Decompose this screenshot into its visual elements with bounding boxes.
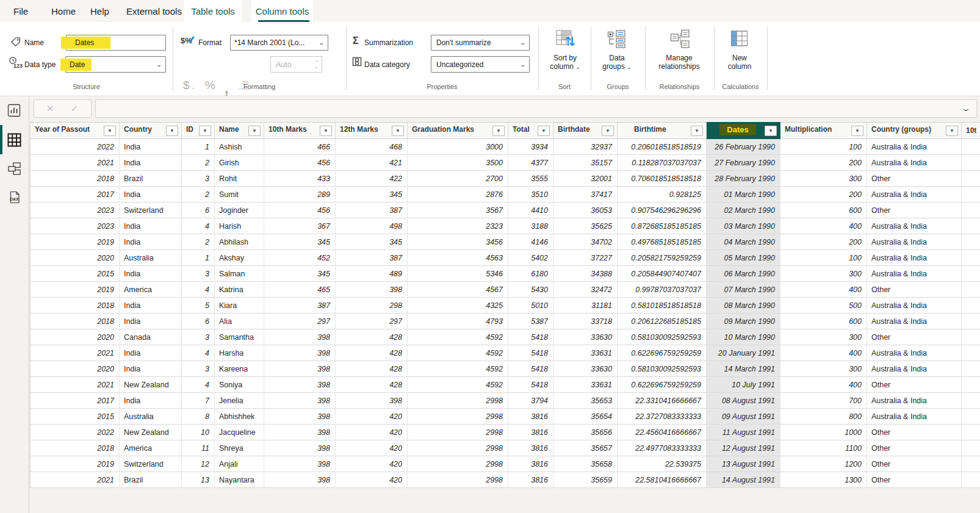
cell[interactable]: 289 — [264, 187, 336, 203]
filter-dropdown-icon[interactable]: ▼ — [602, 126, 614, 136]
cell[interactable]: 489 — [336, 266, 408, 282]
expand-formula-bar-icon[interactable]: ⌄ — [961, 104, 971, 113]
cell[interactable]: 13 — [182, 472, 215, 488]
cell[interactable]: Australia & India — [867, 250, 962, 266]
cell[interactable] — [962, 345, 980, 361]
column-header-12th-marks[interactable]: ▼12th Marks — [336, 122, 408, 139]
cell[interactable]: 421 — [336, 155, 408, 171]
cell[interactable]: Samantha — [215, 329, 264, 345]
cell[interactable]: 2998 — [408, 472, 508, 488]
cell[interactable]: 2 — [182, 187, 215, 203]
cell[interactable]: Other — [867, 472, 962, 488]
cell[interactable]: 10 — [182, 425, 215, 440]
cell[interactable]: America — [120, 282, 182, 298]
cell[interactable]: 456 — [264, 203, 336, 218]
cell[interactable]: 01 March 1990 — [707, 187, 780, 203]
cell[interactable]: 28 February 1990 — [707, 171, 780, 187]
column-header-graduation-marks[interactable]: ▼Graduation Marks — [408, 122, 508, 139]
cell[interactable]: Sumit — [215, 187, 264, 203]
cell[interactable] — [962, 187, 980, 203]
cell[interactable]: 2022 — [30, 139, 120, 155]
cell[interactable]: 35654 — [553, 409, 618, 425]
cell[interactable]: 8 — [182, 409, 215, 425]
cell[interactable]: 800 — [780, 409, 867, 425]
cell[interactable]: 398 — [264, 393, 336, 409]
cell[interactable]: Harsha — [215, 345, 264, 361]
cell[interactable] — [962, 218, 980, 234]
cell[interactable]: Girish — [215, 155, 264, 171]
cell[interactable]: 09 August 1991 — [707, 409, 780, 425]
cell[interactable]: 2019 — [30, 234, 120, 250]
cell[interactable]: 398 — [336, 393, 408, 409]
cell[interactable]: 500 — [780, 298, 867, 314]
cell[interactable]: India — [120, 314, 182, 329]
cell[interactable]: 37417 — [553, 187, 618, 203]
cell[interactable]: 03 March 1990 — [707, 218, 780, 234]
filter-dropdown-icon[interactable]: ▼ — [492, 126, 505, 136]
cell[interactable]: 2019 — [30, 282, 120, 298]
cell[interactable]: 2876 — [408, 187, 508, 203]
cell[interactable]: 35653 — [553, 393, 618, 409]
cell[interactable]: Other — [867, 329, 962, 345]
sort-by-column-button[interactable]: Sort bycolumn ⌄ — [539, 28, 591, 71]
cell[interactable]: 1100 — [780, 440, 867, 456]
cell[interactable]: Australia & India — [867, 234, 962, 250]
cell[interactable]: New Zealand — [120, 377, 182, 393]
formula-input[interactable]: ⌄ — [95, 99, 977, 118]
model-view-icon[interactable] — [7, 162, 22, 176]
cell[interactable]: 09 March 1990 — [707, 314, 780, 329]
column-header-10t[interactable]: 10t — [962, 122, 980, 139]
cell[interactable]: 33630 — [553, 361, 618, 377]
cell[interactable]: 3934 — [508, 139, 553, 155]
cell[interactable]: Katrina — [215, 282, 264, 298]
cell[interactable]: India — [120, 266, 182, 282]
cell[interactable]: 498 — [336, 218, 408, 234]
cell[interactable]: Rohit — [215, 171, 264, 187]
cell[interactable]: 14 August 1991 — [707, 472, 780, 488]
cell[interactable]: 420 — [336, 425, 408, 440]
cell[interactable]: 36053 — [553, 203, 618, 218]
cell[interactable]: 27 February 1990 — [707, 155, 780, 171]
cell[interactable]: 13 August 1991 — [707, 456, 780, 472]
cell[interactable]: 4410 — [508, 203, 553, 218]
cell[interactable]: India — [120, 187, 182, 203]
cell[interactable]: 0.205844907407407 — [618, 266, 707, 282]
cell[interactable]: 400 — [780, 282, 867, 298]
cell[interactable]: 07 March 1990 — [707, 282, 780, 298]
column-header-year-of-passout[interactable]: ▼Year of Passout — [30, 122, 120, 139]
column-header-birthtime[interactable]: ▼Birthtime — [618, 122, 707, 139]
cell[interactable]: 6 — [182, 314, 215, 329]
data-type-dropdown[interactable]: Date ⌄ — [65, 56, 166, 73]
tab-file[interactable]: File — [13, 0, 28, 22]
cell[interactable]: 2 — [182, 234, 215, 250]
cell[interactable] — [962, 393, 980, 409]
filter-dropdown-icon[interactable]: ▼ — [538, 126, 550, 136]
tab-column-tools[interactable]: Column tools — [251, 0, 313, 22]
cell[interactable]: Australia & India — [867, 361, 962, 377]
cell[interactable]: 452 — [264, 250, 336, 266]
cell[interactable]: 10 July 1991 — [707, 377, 780, 393]
cell[interactable]: 5430 — [508, 282, 553, 298]
cell[interactable]: 3000 — [408, 139, 508, 155]
cell[interactable]: Shreya — [215, 440, 264, 456]
cell[interactable]: 22.539375 — [618, 456, 707, 472]
cell[interactable]: India — [120, 298, 182, 314]
cell[interactable]: 0.118287037037037 — [618, 155, 707, 171]
cell[interactable]: 0.706018518518518 — [618, 171, 707, 187]
cell[interactable]: 08 March 1990 — [707, 298, 780, 314]
cell[interactable]: 34388 — [553, 266, 618, 282]
cell[interactable]: 31181 — [553, 298, 618, 314]
cell[interactable]: 2015 — [30, 266, 120, 282]
filter-dropdown-icon[interactable]: ▼ — [104, 126, 116, 136]
cell[interactable]: 387 — [336, 250, 408, 266]
cell[interactable]: 0.497685185185185 — [618, 234, 707, 250]
cell[interactable]: 2021 — [30, 155, 120, 171]
cell[interactable]: 32937 — [553, 139, 618, 155]
cell[interactable]: Australia & India — [867, 409, 962, 425]
cell[interactable]: 22.4977083333333 — [618, 440, 707, 456]
cell[interactable]: 387 — [336, 203, 408, 218]
cell[interactable]: 0.581030092592593 — [618, 329, 707, 345]
cell[interactable]: 300 — [780, 361, 867, 377]
cell[interactable]: 420 — [336, 440, 408, 456]
cell[interactable]: 0.622696759259259 — [618, 377, 707, 393]
